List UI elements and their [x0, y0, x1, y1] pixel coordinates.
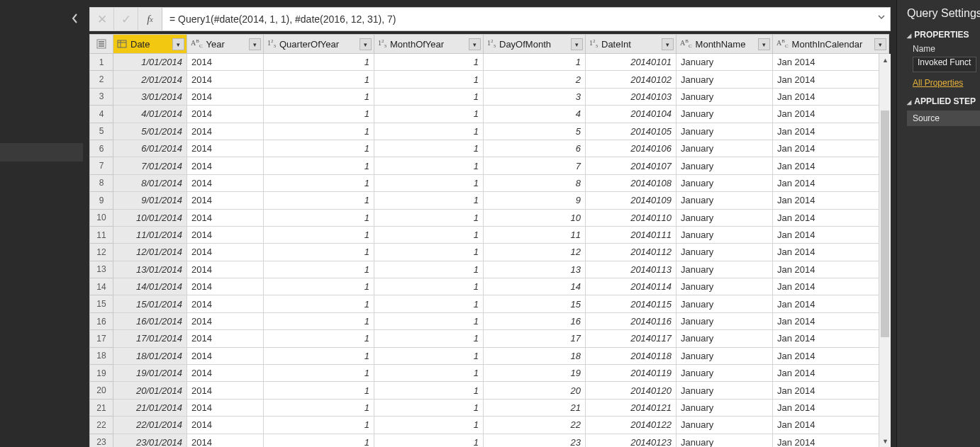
- cell-dayofmonth[interactable]: 4: [484, 106, 586, 123]
- cell-quarterofyear[interactable]: 1: [264, 244, 374, 261]
- cell-dayofmonth[interactable]: 1: [484, 54, 586, 71]
- cell-dayofmonth[interactable]: 7: [484, 157, 586, 174]
- cell-quarterofyear[interactable]: 1: [264, 365, 374, 382]
- cell-monthname[interactable]: January: [676, 106, 773, 123]
- column-header-monthofyear[interactable]: 123MonthOfYear▾: [374, 34, 484, 54]
- column-header-date[interactable]: Date▾: [113, 34, 187, 54]
- cell-monthofyear[interactable]: 1: [374, 313, 484, 330]
- cell-year[interactable]: 2014: [187, 261, 264, 278]
- cell-dayofmonth[interactable]: 12: [484, 244, 586, 261]
- select-all-corner[interactable]: [89, 34, 113, 54]
- cell-monthincalendar[interactable]: Jan 2014: [773, 382, 889, 399]
- cell-dateint[interactable]: 20140106: [586, 140, 676, 157]
- cell-dateint[interactable]: 20140115: [586, 295, 676, 312]
- row-number[interactable]: 2: [89, 71, 113, 88]
- cell-quarterofyear[interactable]: 1: [264, 295, 374, 312]
- cell-dayofmonth[interactable]: 18: [484, 348, 586, 365]
- row-number[interactable]: 6: [89, 140, 113, 157]
- cell-monthincalendar[interactable]: Jan 2014: [773, 434, 889, 447]
- row-number[interactable]: 18: [89, 348, 113, 365]
- cell-monthname[interactable]: January: [676, 295, 773, 312]
- cell-dateint[interactable]: 20140103: [586, 89, 676, 106]
- cell-monthofyear[interactable]: 1: [374, 365, 484, 382]
- cell-year[interactable]: 2014: [187, 140, 264, 157]
- cell-dayofmonth[interactable]: 6: [484, 140, 586, 157]
- cell-monthincalendar[interactable]: Jan 2014: [773, 295, 889, 312]
- cell-monthincalendar[interactable]: Jan 2014: [773, 54, 889, 71]
- cell-dateint[interactable]: 20140117: [586, 330, 676, 347]
- cell-year[interactable]: 2014: [187, 89, 264, 106]
- cell-monthincalendar[interactable]: Jan 2014: [773, 330, 889, 347]
- cell-year[interactable]: 2014: [187, 192, 264, 209]
- row-number[interactable]: 15: [89, 295, 113, 312]
- cell-dateint[interactable]: 20140110: [586, 210, 676, 227]
- cell-monthincalendar[interactable]: Jan 2014: [773, 400, 889, 417]
- cell-monthname[interactable]: January: [676, 71, 773, 88]
- cell-date[interactable]: 18/01/2014: [113, 348, 187, 365]
- cell-monthname[interactable]: January: [676, 227, 773, 244]
- cell-date[interactable]: 9/01/2014: [113, 192, 187, 209]
- cell-monthofyear[interactable]: 1: [374, 106, 484, 123]
- table-row[interactable]: 20/01/20142014112020140120JanuaryJan 201…: [113, 382, 891, 399]
- expand-formula-icon[interactable]: [877, 12, 886, 23]
- cell-dateint[interactable]: 20140111: [586, 227, 676, 244]
- cell-dateint[interactable]: 20140121: [586, 400, 676, 417]
- cell-dayofmonth[interactable]: 21: [484, 400, 586, 417]
- cell-dateint[interactable]: 20140112: [586, 244, 676, 261]
- cell-monthincalendar[interactable]: Jan 2014: [773, 227, 889, 244]
- applied-steps-header[interactable]: APPLIED STEP: [907, 96, 980, 106]
- fx-icon[interactable]: fx: [138, 7, 162, 31]
- cell-date[interactable]: 4/01/2014: [113, 106, 187, 123]
- cell-monthofyear[interactable]: 1: [374, 140, 484, 157]
- row-number[interactable]: 20: [89, 382, 113, 399]
- cell-quarterofyear[interactable]: 1: [264, 123, 374, 140]
- cell-dayofmonth[interactable]: 2: [484, 71, 586, 88]
- cell-monthofyear[interactable]: 1: [374, 434, 484, 447]
- cell-quarterofyear[interactable]: 1: [264, 157, 374, 174]
- table-row[interactable]: 16/01/20142014111620140116JanuaryJan 201…: [113, 313, 891, 330]
- cell-dayofmonth[interactable]: 9: [484, 192, 586, 209]
- cell-dateint[interactable]: 20140123: [586, 434, 676, 447]
- all-properties-link[interactable]: All Properties: [913, 78, 980, 88]
- cell-quarterofyear[interactable]: 1: [264, 54, 374, 71]
- table-row[interactable]: 15/01/20142014111520140115JanuaryJan 201…: [113, 295, 891, 312]
- cell-date[interactable]: 22/01/2014: [113, 417, 187, 434]
- cell-monthincalendar[interactable]: Jan 2014: [773, 348, 889, 365]
- cell-year[interactable]: 2014: [187, 54, 264, 71]
- table-row[interactable]: 1/01/2014201411120140101JanuaryJan 2014: [113, 54, 891, 71]
- cell-quarterofyear[interactable]: 1: [264, 434, 374, 447]
- cell-monthofyear[interactable]: 1: [374, 89, 484, 106]
- cell-monthofyear[interactable]: 1: [374, 175, 484, 192]
- cell-dayofmonth[interactable]: 22: [484, 417, 586, 434]
- cell-dayofmonth[interactable]: 16: [484, 313, 586, 330]
- cell-year[interactable]: 2014: [187, 295, 264, 312]
- cell-year[interactable]: 2014: [187, 434, 264, 447]
- cell-year[interactable]: 2014: [187, 417, 264, 434]
- cell-year[interactable]: 2014: [187, 365, 264, 382]
- cell-monthincalendar[interactable]: Jan 2014: [773, 123, 889, 140]
- cell-monthincalendar[interactable]: Jan 2014: [773, 261, 889, 278]
- table-row[interactable]: 13/01/20142014111320140113JanuaryJan 201…: [113, 261, 891, 278]
- cell-dateint[interactable]: 20140113: [586, 261, 676, 278]
- cell-monthname[interactable]: January: [676, 140, 773, 157]
- cell-quarterofyear[interactable]: 1: [264, 227, 374, 244]
- cell-date[interactable]: 10/01/2014: [113, 210, 187, 227]
- cell-monthincalendar[interactable]: Jan 2014: [773, 140, 889, 157]
- cell-monthofyear[interactable]: 1: [374, 157, 484, 174]
- cell-monthincalendar[interactable]: Jan 2014: [773, 417, 889, 434]
- cell-monthname[interactable]: January: [676, 54, 773, 71]
- cell-monthincalendar[interactable]: Jan 2014: [773, 244, 889, 261]
- cell-year[interactable]: 2014: [187, 348, 264, 365]
- cell-date[interactable]: 14/01/2014: [113, 278, 187, 295]
- cell-monthname[interactable]: January: [676, 434, 773, 447]
- scroll-down-icon[interactable]: ▼: [879, 435, 891, 447]
- table-row[interactable]: 23/01/20142014112320140123JanuaryJan 201…: [113, 434, 891, 447]
- cell-year[interactable]: 2014: [187, 71, 264, 88]
- cell-date[interactable]: 13/01/2014: [113, 261, 187, 278]
- cell-year[interactable]: 2014: [187, 278, 264, 295]
- row-number[interactable]: 19: [89, 365, 113, 382]
- cell-monthname[interactable]: January: [676, 157, 773, 174]
- table-row[interactable]: 7/01/2014201411720140107JanuaryJan 2014: [113, 157, 891, 174]
- cell-dayofmonth[interactable]: 14: [484, 278, 586, 295]
- cell-quarterofyear[interactable]: 1: [264, 89, 374, 106]
